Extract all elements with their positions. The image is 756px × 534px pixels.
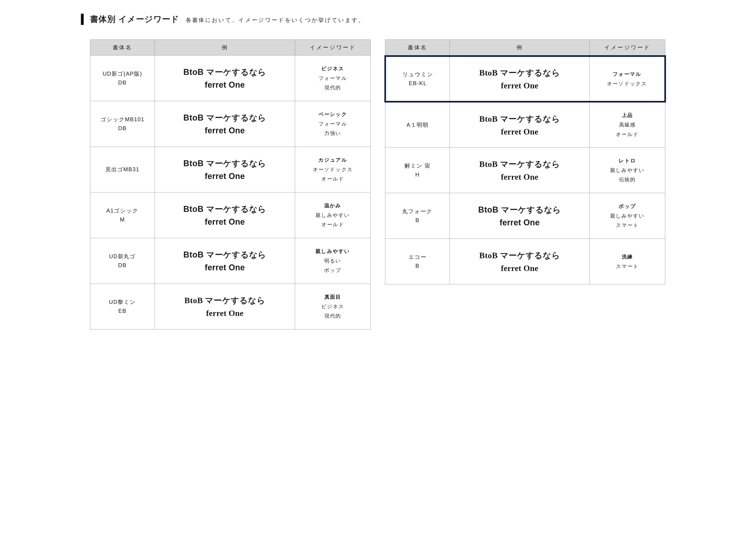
font-name-line: DB: [94, 261, 151, 269]
sample-line-1: BtoB マーケするなら: [158, 112, 291, 123]
col-header-words: イメージワード: [590, 40, 665, 56]
image-word: ポップ: [593, 202, 662, 211]
image-word: 親しみやすい: [593, 211, 662, 221]
sample-line-1: BtoB マーケするなら: [158, 249, 291, 261]
font-name-line: 見出ゴMB31: [94, 165, 151, 174]
sample-line-1: BtoB マーケするなら: [453, 67, 586, 79]
table-body-left: UD新ゴ(AP版)DBBtoB マーケするならferret Oneビジネスフォー…: [90, 56, 371, 329]
table-header-row: 書体名 例 イメージワード: [90, 40, 371, 56]
image-word: 洗練: [593, 252, 662, 262]
table-row: リュウミンEB-KLBtoB マーケするならferret Oneフォーマルオーソ…: [385, 56, 665, 102]
image-words: 親しみやすい明るいポップ: [295, 238, 371, 284]
image-word: オールド: [593, 130, 662, 139]
image-word: フォーマル: [593, 69, 661, 79]
sample-line-1: BtoB マーケするなら: [158, 204, 291, 215]
font-name-line: ゴシックMB101: [94, 115, 151, 124]
font-name-line: エコー: [389, 253, 446, 261]
table-row: 解ミン 宙HBtoB マーケするならferret Oneレトロ親しみやすい伝統的: [385, 147, 665, 193]
table-row: エコーBBtoB マーケするならferret One洗練スマート: [385, 239, 665, 285]
font-name: エコーB: [385, 239, 450, 285]
font-sample: BtoB マーケするならferret One: [450, 239, 590, 285]
font-sample: BtoB マーケするならferret One: [155, 147, 295, 192]
font-name-line: EB-KL: [390, 79, 446, 88]
sample-line-2: ferret One: [453, 172, 586, 182]
font-name: リュウミンEB-KL: [385, 56, 450, 102]
col-header-name: 書体名: [385, 40, 450, 56]
font-sample: BtoB マーケするならferret One: [155, 192, 295, 238]
col-header-name: 書体名: [90, 40, 155, 56]
font-name-line: リュウミン: [390, 70, 446, 79]
font-name-line: A1ゴシック: [94, 206, 151, 215]
image-words: ビジネスフォーマル現代的: [295, 56, 371, 101]
image-word: 温かみ: [299, 201, 367, 211]
image-word: 親しみやすい: [593, 165, 662, 175]
image-word: フォーマル: [299, 73, 367, 83]
table-body-right: リュウミンEB-KLBtoB マーケするならferret Oneフォーマルオーソ…: [385, 56, 665, 285]
image-word: 高級感: [593, 120, 662, 130]
table-row: UD新ゴ(AP版)DBBtoB マーケするならferret Oneビジネスフォー…: [90, 56, 371, 101]
font-sample: BtoB マーケするならferret One: [155, 56, 295, 101]
image-word: 親しみやすい: [299, 246, 367, 256]
sample-line-2: ferret One: [158, 308, 291, 318]
font-name-line: DB: [94, 124, 151, 133]
image-word: オールド: [299, 174, 367, 184]
font-name-line: M: [94, 215, 151, 224]
image-word: ビジネス: [299, 302, 367, 311]
table-row: 見出ゴMB31BtoB マーケするならferret Oneカジュアルオーソドック…: [90, 147, 371, 192]
sample-line-2: ferret One: [158, 217, 291, 227]
font-name: 丸フォークB: [385, 193, 450, 239]
col-header-sample: 例: [155, 40, 295, 56]
sample-line-2: ferret One: [158, 126, 291, 135]
sample-line-1: BtoB マーケするなら: [453, 114, 586, 125]
sample-line-2: ferret One: [453, 218, 586, 227]
sample-line-2: ferret One: [453, 264, 586, 273]
sample-line-1: BtoB マーケするなら: [453, 159, 586, 170]
font-name-line: 丸フォーク: [389, 207, 446, 216]
image-words: フォーマルオーソドックス: [590, 56, 665, 102]
font-name-line: EB: [94, 307, 151, 315]
font-name-line: B: [389, 216, 446, 225]
col-header-sample: 例: [450, 40, 590, 56]
font-name: UD新丸ゴDB: [90, 238, 155, 284]
sample-line-1: BtoB マーケするなら: [453, 250, 586, 261]
tables-row: 書体名 例 イメージワード UD新ゴ(AP版)DBBtoB マーケするならfer…: [81, 39, 675, 329]
table-row: UD新丸ゴDBBtoB マーケするならferret One親しみやすい明るいポッ…: [90, 238, 371, 284]
font-name: 解ミン 宙H: [385, 147, 450, 193]
font-sample: BtoB マーケするならferret One: [450, 102, 590, 147]
sample-line-2: ferret One: [158, 171, 291, 181]
table-row: A1ゴシックMBtoB マーケするならferret One温かみ親しみやすいオー…: [90, 192, 371, 238]
font-table-left: 書体名 例 イメージワード UD新ゴ(AP版)DBBtoB マーケするならfer…: [90, 39, 371, 329]
image-word: オールド: [299, 220, 367, 229]
font-name-line: DB: [94, 78, 151, 87]
title-accent-bar: [81, 14, 84, 25]
font-sample: BtoB マーケするならferret One: [450, 56, 590, 102]
image-words: 上品高級感オールド: [590, 102, 665, 147]
font-name: A１明朝: [385, 102, 450, 147]
image-word: オーソドックス: [593, 79, 661, 89]
col-header-words: イメージワード: [295, 40, 371, 56]
page-header: 書体別 イメージワード 各書体において、イメージワードをいくつか挙げています。: [81, 14, 675, 25]
page: 書体別 イメージワード 各書体において、イメージワードをいくつか挙げています。 …: [81, 14, 675, 329]
image-word: 現代的: [299, 311, 367, 321]
table-row: UD黎ミンEBBtoB マーケするならferret One真面目ビジネス現代的: [90, 284, 371, 329]
image-words: 温かみ親しみやすいオールド: [295, 192, 371, 238]
image-word: オーソドックス: [299, 165, 367, 174]
font-name: A1ゴシックM: [90, 192, 155, 238]
sample-line-2: ferret One: [158, 80, 291, 90]
font-name-line: UD黎ミン: [94, 298, 151, 306]
image-word: スマート: [593, 220, 662, 230]
font-name-line: A１明朝: [389, 120, 446, 129]
page-title: 書体別 イメージワード: [90, 14, 179, 25]
sample-line-1: BtoB マーケするなら: [158, 158, 291, 169]
image-word: フォーマル: [299, 119, 367, 129]
sample-line-1: BtoB マーケするなら: [158, 295, 291, 306]
font-name-line: B: [389, 262, 446, 270]
font-sample: BtoB マーケするならferret One: [450, 147, 590, 193]
image-words: レトロ親しみやすい伝統的: [590, 147, 665, 193]
table-row: 丸フォークBBtoB マーケするならferret Oneポップ親しみやすいスマー…: [385, 193, 665, 239]
font-name: ゴシックMB101DB: [90, 101, 155, 147]
image-words: ベーシックフォーマル力強い: [295, 101, 371, 147]
image-words: カジュアルオーソドックスオールド: [295, 147, 371, 192]
font-sample: BtoB マーケするならferret One: [155, 101, 295, 147]
image-words: 洗練スマート: [590, 239, 665, 285]
